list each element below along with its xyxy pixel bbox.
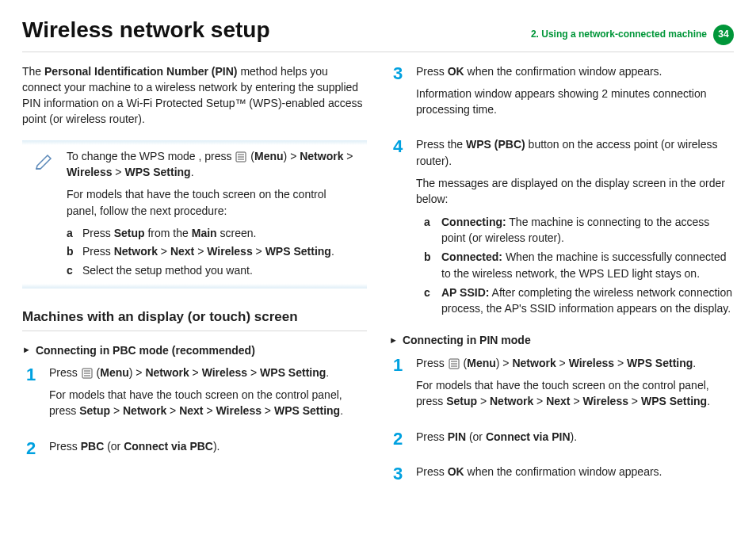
step-number-1: 1 [389, 355, 407, 416]
p: Press (Menu) > Network > Wireless > WPS … [49, 365, 367, 380]
t: Next [179, 404, 203, 417]
letter-a: a [424, 214, 435, 246]
t: WPS (PBC) [466, 138, 525, 151]
p: Press PIN (or Connect via PIN). [416, 429, 734, 445]
t: . [326, 366, 329, 379]
page-title: Wireless network setup [22, 14, 270, 47]
t: PBC [81, 440, 105, 453]
section-heading: Machines with an display (or touch) scre… [22, 308, 367, 331]
t: Wireless [583, 395, 628, 407]
t: Network [300, 150, 343, 162]
step-body: Press OK when the confirmation window ap… [416, 464, 734, 486]
subhead-text: Connecting in PBC mode (recommended) [36, 342, 255, 358]
right-column: 3 Press OK when the confirmation window … [389, 63, 734, 499]
step-number-3: 3 [389, 464, 407, 486]
t: Network [114, 245, 158, 258]
p: The messages are displayed on the displa… [416, 175, 734, 208]
t: PIN [448, 430, 466, 443]
t: screen. [217, 227, 257, 239]
t: Press [82, 227, 114, 239]
t: Press [416, 357, 448, 369]
t: ) > [284, 150, 300, 162]
subhead-pbc: ► Connecting in PBC mode (recommended) [22, 342, 367, 358]
sub-c: c AP SSID: After completing the wireless… [424, 285, 734, 317]
t: > [112, 166, 124, 178]
t: > [189, 366, 202, 379]
t: ) > [129, 366, 146, 379]
intro-bold: Personal Identification Number (PIN) [44, 65, 237, 78]
right-b-step-1: 1 Press (Menu) > Network > Wireless > WP… [389, 355, 734, 416]
t: Setup [446, 395, 477, 407]
step-body: Press the WPS (PBC) button on the access… [416, 136, 734, 319]
t: Press [82, 245, 114, 258]
t: Press Setup from the Main screen. [82, 225, 256, 241]
t: Menu [100, 366, 129, 379]
step-body: Press PBC (or Connect via PBC). [49, 438, 367, 460]
t: Press [416, 465, 448, 478]
t: Wireless [569, 357, 614, 369]
step-number-4: 4 [389, 136, 407, 319]
t: Connect via PBC [124, 440, 213, 453]
t: . [693, 357, 696, 369]
t: ) > [496, 357, 513, 369]
intro-paragraph: The Personal Identification Number (PIN)… [22, 63, 367, 128]
menu-icon [235, 151, 246, 162]
t: > [343, 150, 353, 162]
t: WPS Setting [124, 166, 190, 178]
t: ( [460, 357, 468, 369]
step-number-3: 3 [389, 63, 407, 124]
t: Main [192, 227, 217, 239]
subhead-pin: ► Connecting in PIN mode [389, 332, 734, 348]
t: Network [490, 395, 533, 407]
step-body: Press (Menu) > Network > Wireless > WPS … [416, 355, 734, 416]
t: > [166, 404, 179, 417]
step-body: Press (Menu) > Network > Wireless > WPS … [49, 365, 367, 426]
t: Wireless [67, 166, 112, 178]
t: > [110, 404, 123, 417]
t: WPS Setting [260, 366, 326, 379]
t: AP SSID: [441, 286, 489, 299]
t: ( [247, 150, 254, 162]
t: WPS Setting [641, 395, 707, 407]
t: Connected: When the machine is successfu… [441, 249, 734, 281]
t: Wireless [202, 366, 247, 379]
p: Press (Menu) > Network > Wireless > WPS … [416, 355, 734, 371]
letter-b: b [424, 249, 435, 281]
t: Press [416, 430, 448, 443]
note-line1: To change the WPS mode , press (Menu) > … [67, 148, 357, 181]
triangle-icon: ► [389, 334, 398, 347]
step-body: Press OK when the confirmation window ap… [416, 63, 734, 124]
chapter-label: 2. Using a network-connected machine [531, 28, 707, 41]
t: Select the setup method you want. [82, 262, 253, 278]
t: > [533, 395, 546, 407]
p: For models that have the touch screen on… [416, 377, 734, 410]
page-number-badge: 34 [713, 25, 734, 45]
right-b-step-2: 2 Press PIN (or Connect via PIN). [389, 429, 734, 451]
t: > [253, 245, 265, 258]
note-icon [33, 150, 55, 176]
p: Information window appears showing 2 min… [416, 86, 734, 118]
menu-icon [449, 358, 460, 369]
sub-a: a Connecting: The machine is connecting … [424, 214, 734, 246]
left-step-1: 1 Press (Menu) > Network > Wireless > WP… [22, 365, 367, 426]
t: . [191, 166, 194, 178]
t: . [340, 404, 343, 417]
t: (or [104, 440, 124, 453]
t: > [556, 357, 569, 369]
t: Wireless [216, 404, 262, 417]
t: Next [170, 245, 194, 258]
t: OK [448, 65, 464, 78]
t: > [262, 404, 274, 417]
p: Press OK when the confirmation window ap… [416, 464, 734, 480]
letter-a: a [67, 225, 78, 241]
t: Press [49, 366, 81, 379]
t: Next [546, 395, 570, 407]
p: Press the WPS (PBC) button on the access… [416, 136, 734, 169]
t: Menu [467, 357, 496, 369]
t: Setup [79, 404, 110, 417]
two-column-layout: The Personal Identification Number (PIN)… [22, 63, 734, 499]
t: > [571, 395, 583, 407]
t: Press Network > Next > Wireless > WPS Se… [82, 243, 334, 259]
letter-c: c [67, 262, 78, 278]
right-step-4: 4 Press the WPS (PBC) button on the acce… [389, 136, 734, 319]
